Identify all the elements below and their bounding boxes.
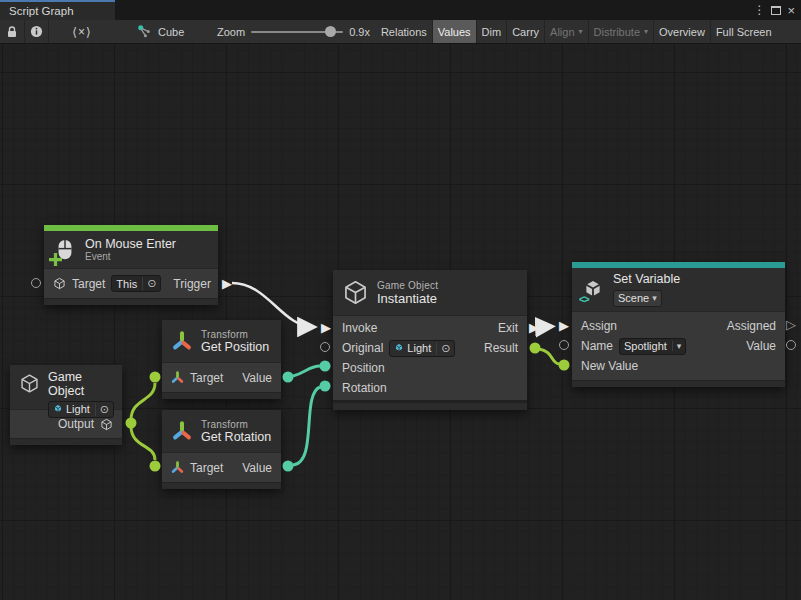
zoom-label: Zoom (217, 26, 245, 38)
lock-icon (5, 25, 19, 39)
value-port-label: Value (746, 339, 776, 353)
port-game-object-output[interactable] (126, 418, 137, 429)
maximize-icon[interactable] (771, 6, 781, 15)
target-port-label: Target (190, 371, 223, 385)
target-port-label: Target (190, 461, 223, 475)
port-set-variable-name[interactable] (559, 340, 569, 350)
node-title: On Mouse Enter (85, 237, 176, 251)
variable-brackets-icon: <> (579, 294, 589, 305)
node-footer (10, 438, 122, 445)
assign-port-label: Assign (581, 319, 617, 333)
embed-graph-button[interactable]: ⟨×⟩ (48, 20, 115, 43)
node-title: Instantiate (377, 291, 438, 306)
unity-variable-icon: <> (581, 277, 605, 303)
distribute-button[interactable]: Distribute▾ (588, 20, 653, 43)
node-footer (162, 392, 281, 399)
fullscreen-button[interactable]: Full Screen (710, 20, 777, 43)
graph-asset-icon (137, 24, 152, 39)
variable-scope-dropdown[interactable]: Scene ▾ (613, 290, 662, 307)
port-instantiate-original[interactable] (320, 342, 330, 352)
port-get-rotation-target[interactable] (150, 461, 161, 472)
breadcrumb-graph-name: Cube (158, 26, 184, 38)
chevron-down-icon: ▾ (579, 27, 583, 36)
info-icon (30, 25, 43, 38)
graph-toolbar: ⟨×⟩ Cube Zoom 0.9x Relations Values Dim … (0, 20, 801, 44)
transform-icon (171, 371, 184, 384)
port-get-position-value[interactable] (283, 372, 294, 383)
port-instantiate-rotation[interactable] (320, 381, 331, 392)
tab-script-graph[interactable]: Script Graph (0, 0, 115, 20)
connection-exit-to-assign[interactable] (541, 327, 552, 328)
zoom-slider-handle[interactable] (325, 26, 336, 37)
port-get-rotation-value[interactable] (283, 461, 294, 472)
node-title: Game Object (48, 370, 114, 398)
value-port-label: Value (242, 461, 272, 475)
node-subtitle: Event (85, 251, 176, 262)
node-instantiate[interactable]: Game Object Instantiate Invoke Exit Orig… (333, 270, 527, 410)
target-value-chip[interactable]: This ⊙ (111, 275, 161, 292)
unity-object-icon (394, 343, 404, 353)
dim-button[interactable]: Dim (476, 20, 507, 43)
port-instantiate-invoke[interactable]: ▶ (321, 321, 331, 334)
lock-button[interactable] (0, 20, 24, 43)
port-set-variable-value[interactable] (786, 340, 796, 350)
game-object-value-chip[interactable]: Light ⊙ (48, 401, 114, 418)
node-category: Transform (201, 329, 269, 340)
port-set-variable-assigned[interactable]: ▷ (786, 318, 796, 331)
target-port-label: Target (72, 277, 105, 291)
title-bar: Script Graph ⋮ × (0, 0, 801, 20)
node-footer (162, 482, 281, 489)
node-get-rotation[interactable]: Transform Get Rotation Target Value (162, 410, 281, 489)
output-port-label: Output (58, 417, 94, 431)
value-port-label: Value (242, 371, 272, 385)
transform-icon (171, 420, 193, 442)
original-port-label: Original (342, 341, 383, 355)
position-port-label: Position (342, 361, 385, 375)
node-footer (572, 380, 785, 387)
port-set-variable-new-value[interactable] (559, 360, 570, 371)
result-port-label: Result (484, 341, 518, 355)
port-get-position-target[interactable] (150, 372, 161, 383)
variable-name-dropdown[interactable]: Spotlight ▾ (619, 338, 686, 355)
original-value-chip[interactable]: Light ⊙ (389, 340, 455, 357)
port-on-mouse-enter-trigger[interactable]: ▶ (222, 277, 232, 290)
invoke-port-label: Invoke (342, 321, 377, 335)
port-set-variable-assign[interactable]: ▶ (559, 319, 569, 332)
object-picker-icon[interactable]: ⊙ (436, 342, 450, 355)
cube-icon (53, 277, 66, 290)
node-footer (333, 400, 527, 410)
align-button[interactable]: Align▾ (544, 20, 587, 43)
cube-icon (342, 279, 369, 306)
name-port-label: Name (581, 339, 613, 353)
zoom-slider[interactable] (251, 31, 343, 33)
node-on-mouse-enter[interactable]: On Mouse Enter Event Target This ⊙ Trigg… (44, 225, 218, 305)
node-category: Game Object (377, 280, 438, 291)
port-instantiate-position[interactable] (320, 361, 331, 372)
node-get-position[interactable]: Transform Get Position Target Value (162, 320, 281, 399)
object-picker-icon[interactable]: ⊙ (95, 403, 109, 416)
chevron-down-icon[interactable]: ▾ (672, 341, 682, 351)
node-footer (44, 298, 218, 305)
breadcrumb[interactable]: Cube (137, 20, 197, 43)
carry-button[interactable]: Carry (506, 20, 544, 43)
port-instantiate-result[interactable] (530, 343, 541, 354)
close-icon[interactable]: × (787, 4, 795, 17)
port-instantiate-exit[interactable]: ▶ (529, 321, 539, 334)
kebab-menu-icon[interactable]: ⋮ (753, 3, 765, 17)
object-picker-icon[interactable]: ⊙ (142, 277, 156, 290)
node-title: Set Variable (613, 272, 680, 286)
unity-object-icon (53, 404, 63, 414)
mouse-event-icon (53, 236, 77, 264)
trigger-port-label: Trigger (173, 277, 211, 291)
transform-icon (171, 461, 184, 474)
node-set-variable[interactable]: <> Set Variable Scene ▾ Assign As (572, 262, 785, 387)
node-game-object-literal[interactable]: Game Object Light ⊙ Output (10, 365, 122, 445)
port-on-mouse-enter-target[interactable] (31, 278, 41, 288)
overview-button[interactable]: Overview (653, 20, 710, 43)
info-button[interactable] (24, 20, 48, 43)
values-button[interactable]: Values (432, 20, 476, 43)
relations-button[interactable]: Relations (376, 20, 432, 43)
exit-port-label: Exit (498, 321, 518, 335)
code-icon: ⟨×⟩ (72, 25, 91, 39)
new-value-port-label: New Value (581, 359, 638, 373)
